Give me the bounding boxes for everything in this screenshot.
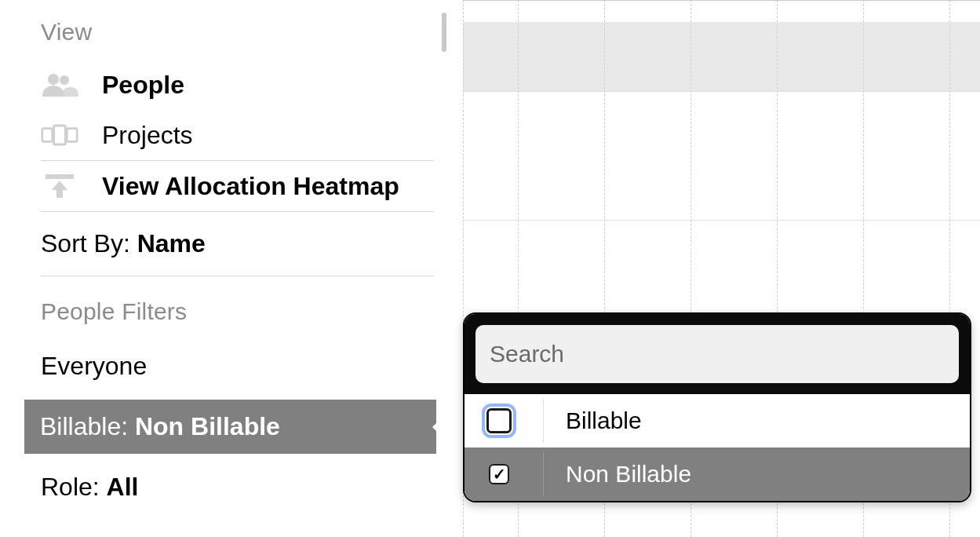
projects-icon: [41, 119, 78, 151]
sidebar-item-heatmap[interactable]: View Allocation Heatmap: [25, 161, 437, 211]
popover-search-wrap: [464, 314, 970, 394]
view-heading: View: [41, 19, 421, 46]
svg-rect-4: [67, 129, 77, 142]
section-view-title: View: [25, 0, 437, 60]
svg-rect-2: [42, 129, 53, 142]
grid-hline: [463, 91, 980, 92]
checkbox-wrap: [477, 408, 521, 433]
grid-header-band: [463, 22, 980, 91]
popover-option-billable[interactable]: Billable: [464, 394, 970, 448]
filter-everyone-label: Everyone: [41, 352, 147, 380]
sidebar: View People: [25, 0, 437, 537]
popover-search-input[interactable]: [475, 325, 959, 383]
grid-hline: [463, 0, 980, 1]
filter-everyone[interactable]: Everyone: [25, 338, 437, 395]
sort-by-row[interactable]: Sort By: Name: [25, 212, 437, 276]
filter-billable-selected[interactable]: Billable: Non Billable: [24, 400, 436, 454]
grid-hline: [463, 220, 980, 221]
filter-billable-label: Billable:: [40, 412, 135, 440]
svg-rect-3: [54, 126, 66, 144]
scrollbar-thumb[interactable]: [442, 13, 446, 52]
svg-point-0: [48, 74, 59, 85]
svg-point-1: [60, 75, 69, 85]
svg-rect-5: [46, 174, 74, 179]
option-separator: [543, 452, 544, 496]
option-separator: [543, 399, 544, 443]
sidebar-item-projects[interactable]: Projects: [25, 110, 437, 160]
sidebar-item-label: View Allocation Heatmap: [102, 172, 399, 201]
sidebar-item-label: Projects: [102, 121, 193, 150]
popover-option-non-billable[interactable]: Non Billable: [464, 448, 970, 501]
filter-role[interactable]: Role: All: [25, 458, 437, 516]
people-filters-heading: People Filters: [41, 298, 421, 325]
filter-popover-billable: Billable Non Billable: [463, 312, 971, 502]
people-icon: [41, 69, 78, 100]
sort-by-value: Name: [137, 229, 206, 258]
sidebar-item-label: People: [102, 71, 184, 100]
heatmap-upload-icon: [41, 170, 78, 202]
checkbox-billable[interactable]: [486, 408, 512, 433]
sidebar-item-people[interactable]: People: [25, 60, 437, 110]
filter-role-label: Role:: [41, 473, 107, 501]
popover-option-label: Non Billable: [566, 461, 957, 488]
filter-role-value: All: [107, 473, 139, 501]
pointer-carat-icon: [432, 410, 450, 444]
popover-option-label: Billable: [566, 407, 957, 434]
sidebar-scrollbar[interactable]: [442, 0, 446, 537]
sort-by-label: Sort By:: [41, 229, 137, 258]
app-root: View People: [0, 0, 980, 537]
filter-billable-value: Non Billable: [135, 412, 280, 440]
checkbox-non-billable[interactable]: [489, 464, 509, 484]
checkbox-wrap: [477, 464, 521, 484]
section-filters-title: People Filters: [25, 276, 437, 338]
